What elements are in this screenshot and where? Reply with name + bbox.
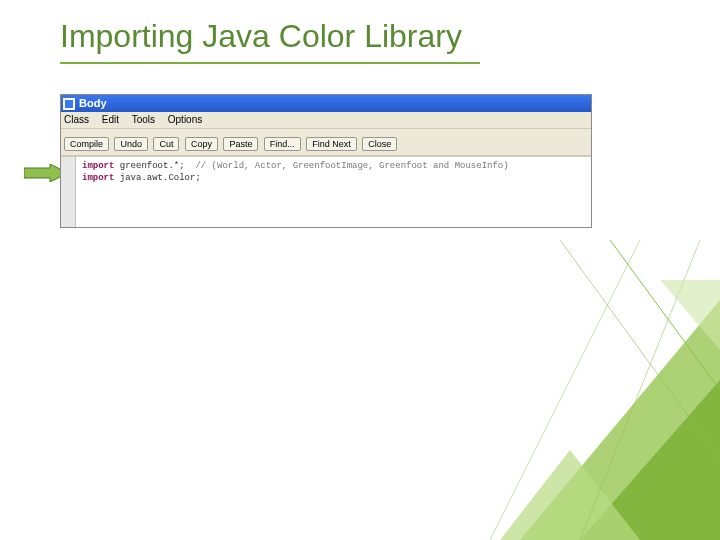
- toolbar: Compile Undo Cut Copy Paste Find... Find…: [61, 129, 591, 156]
- app-icon: [63, 98, 75, 110]
- svg-line-5: [560, 240, 720, 460]
- menu-bar: Class Edit Tools Options: [61, 112, 591, 129]
- gutter: [61, 157, 76, 227]
- keyword-import: import: [82, 161, 114, 171]
- menu-class[interactable]: Class: [64, 114, 89, 125]
- findnext-button[interactable]: Find Next: [306, 137, 357, 151]
- compile-button[interactable]: Compile: [64, 137, 109, 151]
- code-text[interactable]: import greenfoot.*; // (World, Actor, Gr…: [76, 157, 591, 227]
- window-titlebar: Body: [61, 95, 591, 112]
- editor-window: Body Class Edit Tools Options Compile Un…: [60, 94, 592, 228]
- code-segment: greenfoot.*;: [114, 161, 195, 171]
- menu-tools[interactable]: Tools: [132, 114, 155, 125]
- keyword-import: import: [82, 173, 114, 183]
- close-button[interactable]: Close: [362, 137, 397, 151]
- code-segment: java.awt.Color;: [114, 173, 200, 183]
- svg-marker-8: [660, 280, 720, 350]
- svg-line-6: [490, 240, 640, 540]
- title-underline: [60, 62, 480, 64]
- cut-button[interactable]: Cut: [153, 137, 179, 151]
- paste-button[interactable]: Paste: [223, 137, 258, 151]
- svg-marker-2: [580, 380, 720, 540]
- copy-button[interactable]: Copy: [185, 137, 218, 151]
- svg-marker-3: [500, 450, 640, 540]
- slide: Importing Java Color Library Body Class …: [0, 0, 720, 540]
- code-area: import greenfoot.*; // (World, Actor, Gr…: [61, 156, 591, 227]
- undo-button[interactable]: Undo: [114, 137, 148, 151]
- svg-line-4: [610, 240, 720, 390]
- find-button[interactable]: Find...: [264, 137, 301, 151]
- menu-options[interactable]: Options: [168, 114, 202, 125]
- menu-edit[interactable]: Edit: [102, 114, 119, 125]
- window-title-text: Body: [79, 95, 107, 112]
- page-title: Importing Java Color Library: [60, 18, 462, 55]
- decorative-shapes: [460, 240, 720, 540]
- svg-marker-1: [520, 300, 720, 540]
- svg-line-7: [580, 240, 700, 540]
- code-comment: // (World, Actor, GreenfootImage, Greenf…: [195, 161, 508, 171]
